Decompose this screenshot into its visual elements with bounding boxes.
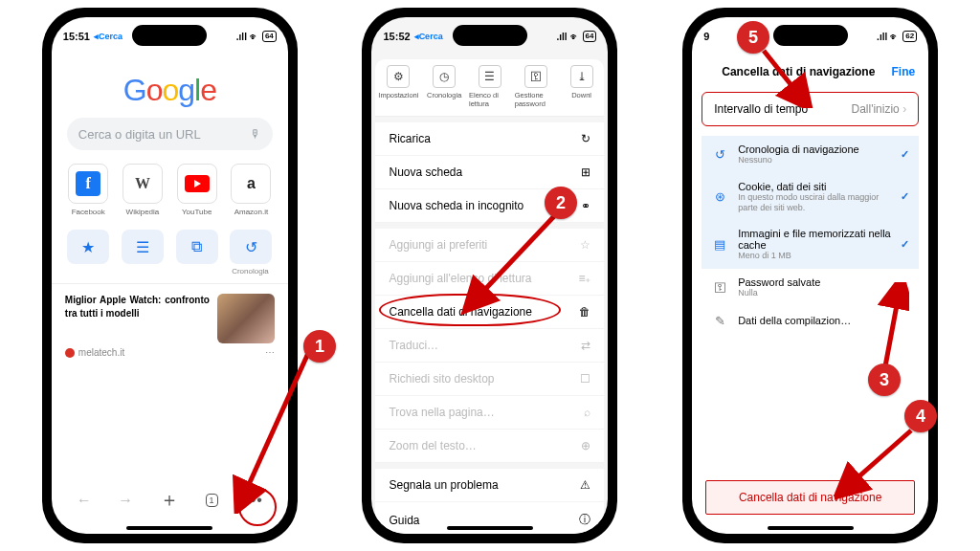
menu-fav: Aggiungi ai preferiti☆ bbox=[375, 229, 604, 262]
history-icon: ↺ bbox=[711, 147, 728, 162]
check-icon: ✓ bbox=[901, 238, 909, 251]
shortcut-facebook[interactable]: fFacebook bbox=[65, 164, 111, 216]
annotation-badge-1: 1 bbox=[303, 330, 336, 363]
annotation-badge-4: 4 bbox=[904, 400, 937, 432]
bookmarks-icon[interactable]: ★ bbox=[67, 230, 109, 264]
menu-clear-data[interactable]: Cancella dati di navigazione🗑 bbox=[375, 296, 604, 329]
image-icon: ▤ bbox=[711, 237, 728, 252]
search-icon: ⌕ bbox=[584, 406, 590, 419]
help-icon: ⓘ bbox=[579, 512, 590, 528]
shortcut-amazon[interactable]: aAmazon.it bbox=[228, 164, 274, 216]
zoom-icon: ⊕ bbox=[581, 439, 590, 452]
phone-clear-data: 9 .ıllᯤ62 Cancella dati di navigazione F… bbox=[682, 8, 938, 543]
key-icon: ⚿ bbox=[711, 280, 728, 295]
shortcut-youtube[interactable]: YouTube bbox=[174, 164, 220, 216]
nav-back-icon[interactable]: ← bbox=[77, 492, 92, 509]
dynamic-island bbox=[132, 25, 207, 46]
news-image bbox=[217, 294, 275, 343]
star-icon: ☆ bbox=[580, 238, 590, 252]
cookie-icon: ⊛ bbox=[711, 189, 728, 204]
menu-readinglist[interactable]: ☰Elenco di lettura bbox=[469, 65, 511, 108]
autofill-icon: ✎ bbox=[711, 314, 728, 328]
check-icon: ✓ bbox=[901, 190, 909, 203]
plus-box-icon: ⊞ bbox=[581, 165, 590, 179]
back-label[interactable]: ◂Cerca bbox=[94, 32, 122, 41]
trash-icon: 🗑 bbox=[579, 305, 590, 319]
clear-data-button[interactable]: Cancella dati di navigazione bbox=[705, 480, 915, 515]
menu-reload[interactable]: Ricarica↻ bbox=[375, 122, 604, 156]
translate-icon: ⇄ bbox=[581, 339, 590, 352]
interval-value: Dall'inizio bbox=[851, 102, 899, 116]
menu-zoom: Zoom del testo…⊕ bbox=[375, 430, 604, 463]
annotation-badge-5: 5 bbox=[737, 21, 769, 54]
menu-passwords[interactable]: ⚿Gestione password bbox=[515, 65, 557, 108]
list-icon: ☰ bbox=[479, 65, 501, 88]
opt-passwords[interactable]: ⚿ Password salvateNulla bbox=[702, 269, 919, 306]
readlist-icon: ≡₊ bbox=[578, 272, 590, 285]
menu-desktop: Richiedi sito desktop☐ bbox=[375, 363, 604, 396]
battery-icon: 64 bbox=[262, 31, 277, 42]
voice-icon[interactable]: 🎙 bbox=[250, 127, 261, 141]
done-button[interactable]: Fine bbox=[891, 65, 915, 78]
menu-find: Trova nella pagina…⌕ bbox=[375, 396, 604, 430]
menu-report[interactable]: Segnala un problema⚠ bbox=[375, 469, 604, 502]
phone-home: 15:51◂Cerca .ıllᯤ64 Google Cerca o digit… bbox=[42, 8, 298, 543]
interval-label: Intervallo di tempo bbox=[714, 102, 808, 116]
download-icon: ⤓ bbox=[570, 65, 593, 88]
opt-history[interactable]: ↺ Cronologia di navigazioneNessuno ✓ bbox=[702, 136, 919, 173]
menu-new-tab[interactable]: Nuova scheda⊞ bbox=[375, 156, 604, 189]
opt-cache[interactable]: ▤ Immagini e file memorizzati nella cach… bbox=[702, 220, 919, 269]
annotation-badge-3: 3 bbox=[868, 364, 901, 396]
menu-readlist: Aggiungi all'elenco di lettura≡₊ bbox=[375, 262, 604, 296]
interval-group[interactable]: Intervallo di tempo Dall'inizio › bbox=[702, 92, 919, 126]
readinglist-icon[interactable]: ☰ bbox=[122, 230, 164, 264]
history-icon[interactable]: ↺ bbox=[230, 230, 272, 264]
incognito-icon: ⚭ bbox=[581, 199, 590, 212]
search-input[interactable]: Cerca o digita un URL 🎙 bbox=[67, 118, 273, 150]
shortcut-wikipedia[interactable]: WWikipedia bbox=[120, 164, 166, 216]
google-logo: Google bbox=[52, 73, 288, 108]
desktop-icon: ☐ bbox=[580, 372, 590, 386]
opt-autofill[interactable]: ✎ Dati della compilazion… bbox=[702, 306, 919, 336]
menu-settings[interactable]: ⚙Impostazioni bbox=[377, 65, 419, 108]
recent-tabs-icon[interactable]: ⧉ bbox=[176, 230, 218, 264]
clock-icon: ◷ bbox=[433, 65, 456, 88]
annotation-circle bbox=[238, 488, 277, 526]
news-card[interactable]: Miglior Apple Watch: confronto tra tutti… bbox=[65, 294, 275, 343]
sheet-title: Cancella dati di navigazione bbox=[722, 65, 875, 78]
new-tab-icon[interactable]: ＋ bbox=[160, 487, 179, 513]
tabs-icon[interactable]: 1 bbox=[206, 494, 218, 507]
gear-icon: ⚙ bbox=[387, 65, 410, 88]
menu-translate: Traduci…⇄ bbox=[375, 329, 604, 363]
annotation-oval bbox=[379, 294, 561, 326]
menu-history[interactable]: ◷Cronologia bbox=[423, 65, 465, 108]
warning-icon: ⚠ bbox=[580, 478, 590, 492]
phone-menu: 15:52◂Cerca .ıllᯤ64 ⚙Impostazioni ◷Crono… bbox=[362, 8, 617, 543]
opt-cookies[interactable]: ⊛ Cookie, dati dei sitiIn questo modo us… bbox=[702, 173, 919, 221]
check-icon: ✓ bbox=[901, 148, 909, 161]
cronologia-label: Cronologia bbox=[52, 267, 288, 276]
nav-forward-icon[interactable]: → bbox=[118, 492, 133, 509]
key-icon: ⚿ bbox=[524, 65, 547, 88]
reload-icon: ↻ bbox=[581, 132, 590, 145]
annotation-badge-2: 2 bbox=[545, 187, 577, 219]
menu-downloads[interactable]: ⤓Downl bbox=[561, 65, 603, 108]
chevron-right-icon: › bbox=[902, 102, 906, 116]
